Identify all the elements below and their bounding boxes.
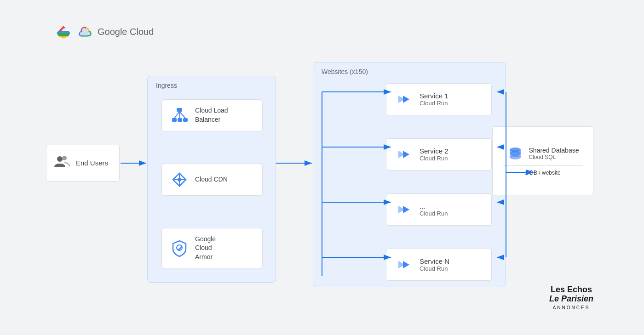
service2-subtitle: Cloud Run: [420, 155, 448, 162]
ingress-panel: Ingress Cloud LoadBalancer: [147, 76, 276, 283]
end-users-icon: [54, 154, 70, 171]
end-users-label: End Users: [76, 159, 108, 167]
cr-card-service1: Service 1 Cloud Run: [386, 83, 492, 115]
les-echos-branding: Les Echos Le Parisien ANNONCES: [549, 285, 593, 310]
logo-text: Google Cloud: [98, 27, 154, 37]
les-echos-line2: Le Parisien: [549, 295, 593, 304]
db-extra: 1 DB / website: [503, 165, 583, 176]
end-users-box: End Users: [46, 145, 120, 182]
svg-rect-4: [172, 118, 177, 122]
service-ellipsis-subtitle: Cloud Run: [420, 210, 448, 217]
svg-rect-5: [178, 118, 182, 122]
svg-line-7: [174, 112, 179, 118]
armor-card: GoogleCloudArmor: [161, 228, 263, 269]
db-title: Shared Database: [529, 147, 579, 154]
les-echos-line3: ANNONCES: [549, 305, 593, 310]
cdn-label: Cloud CDN: [195, 175, 228, 184]
cr-card-servicen: Service N Cloud Run: [386, 249, 492, 281]
svg-marker-22: [403, 261, 409, 268]
servicen-title: Service N: [420, 257, 449, 265]
cr-card-service2: Service 2 Cloud Run: [386, 138, 492, 170]
cdn-card: Cloud CDN: [161, 164, 263, 196]
service-ellipsis-title: ...: [420, 202, 448, 210]
service2-title: Service 2: [420, 147, 448, 155]
websites-panel: Websites (x150) Service 1 Cloud Run: [313, 62, 506, 287]
svg-marker-16: [403, 96, 409, 103]
armor-label: GoogleCloudArmor: [195, 235, 216, 262]
svg-rect-3: [177, 108, 182, 112]
google-cloud-logo: Google Cloud: [55, 25, 154, 39]
svg-point-2: [62, 156, 67, 160]
svg-marker-18: [403, 151, 409, 158]
lb-label: Cloud LoadBalancer: [195, 106, 228, 124]
diagram-area: Google Cloud End Users Ingress: [46, 16, 598, 319]
svg-marker-20: [403, 206, 409, 213]
les-echos-line1: Les Echos: [549, 285, 593, 295]
svg-line-9: [179, 112, 185, 118]
ingress-label: Ingress: [156, 82, 177, 89]
websites-label: Websites (x150): [322, 68, 368, 75]
cr-card-service-ellipsis: ... Cloud Run: [386, 193, 492, 226]
svg-point-1: [57, 156, 63, 162]
svg-rect-6: [183, 118, 188, 122]
db-subtitle: Cloud SQL: [529, 154, 579, 160]
database-box: Shared Database Cloud SQL 1 DB / website: [492, 126, 593, 195]
servicen-subtitle: Cloud Run: [420, 265, 449, 272]
svg-point-27: [510, 155, 521, 159]
service1-title: Service 1: [420, 92, 448, 100]
lb-card: Cloud LoadBalancer: [161, 99, 263, 131]
svg-point-13: [178, 178, 181, 182]
service1-subtitle: Cloud Run: [420, 100, 448, 107]
main-container: Google Cloud End Users Ingress: [0, 0, 644, 335]
